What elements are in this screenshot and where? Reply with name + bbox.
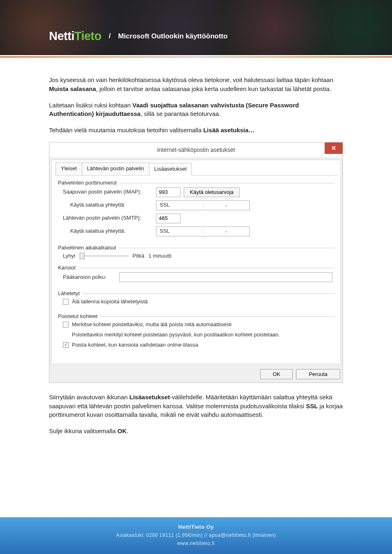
paragraph-3: Tehdään vielä muutamia muutoksia tietoih… (49, 126, 343, 135)
header-overlay (0, 0, 392, 55)
smtp-label: Lähtevän postin palvelin (SMTP): (63, 214, 153, 222)
close-button[interactable]: ✕ (325, 142, 343, 154)
group-ports: Palvelinten porttinumerot Saapuvan posti… (58, 183, 335, 242)
imap-ssl-value: SSL (156, 201, 203, 209)
chevron-down-icon: ⌄ (203, 202, 250, 208)
group-folders-label: Kansiot (58, 264, 78, 272)
dialog-body: Yleiset Lähtevän postin palvelin Lisäase… (51, 160, 341, 364)
root-path-input[interactable] (119, 272, 332, 282)
purge-checkbox[interactable] (63, 342, 69, 348)
slider-thumb[interactable] (80, 253, 85, 259)
imap-ssl-label: Käytä salattua yhteyttä: (63, 201, 153, 209)
group-sent-label: Lähetetyt (58, 290, 82, 298)
dialog-tabs: Yleiset Lähtevän postin palvelin Lisäase… (56, 160, 339, 176)
sent-checkbox[interactable] (63, 299, 69, 305)
group-deleted: Poistetut kohteet Merkitse kohteet poist… (58, 316, 335, 354)
imap-label: Saapuvan postin palvelin (IMAP): (63, 188, 153, 196)
timeout-value: 1 minuutti (149, 252, 172, 260)
tab-general[interactable]: Yleiset (56, 162, 82, 175)
dialog-title: Internet-sähköpostin asetukset (157, 146, 235, 154)
paragraph-1: Jos kyseessä on vain henkilökohtaisessa … (49, 76, 343, 93)
timeout-short-label: Lyhyt (63, 252, 76, 260)
smtp-ssl-label: Käytä salattua yhteyttä: (63, 227, 153, 235)
tab-advanced[interactable]: Lisäasetukset (149, 163, 192, 176)
purge-checkbox-label: Poista kohteet, kun kansiota vaihdetaan … (72, 341, 198, 349)
delete-note: Poistettaviksi merkityt kohteet poisteta… (63, 331, 332, 339)
cancel-button[interactable]: Peruuta (296, 369, 340, 379)
smtp-ssl-select[interactable]: SSL ⌄ (156, 227, 250, 236)
group-timeouts-label: Palvelimen aikakatkaisut (58, 244, 118, 252)
group-folders: Kansiot Pääkansion polku: (58, 268, 335, 288)
footer-company: NettiTieto Oy (0, 524, 392, 530)
header-divider (0, 56, 392, 58)
logo-part-netti: Netti (49, 29, 74, 42)
settings-dialog: Internet-sähköpostin asetukset ✕ Yleiset… (49, 142, 343, 383)
logo-part-tieto: Tieto (74, 29, 101, 42)
brand-logo: NettiTieto (49, 29, 101, 43)
mark-delete-label: Merkitse kohteet poistettaviksi, mutta ä… (72, 321, 232, 329)
page-title: Microsoft Outlookin käyttöönotto (118, 32, 227, 40)
paragraph-2: Laitetaan lisäksi ruksi kohtaan Vaadi su… (49, 101, 343, 119)
paragraph-5: Sulje ikkuna valitsemalla OK. (49, 427, 343, 436)
smtp-port-input[interactable] (156, 214, 180, 223)
group-ports-label: Palvelinten porttinumerot (58, 179, 119, 187)
page-footer: NettiTieto Oy Asiakastuki: 0200 19111 (1… (0, 517, 392, 554)
timeout-slider[interactable] (80, 255, 129, 257)
chevron-down-icon: ⌄ (203, 228, 250, 234)
defaults-button[interactable]: Käytä oletusarvoja (184, 187, 240, 197)
imap-ssl-select[interactable]: SSL ⌄ (156, 200, 250, 210)
tab-outgoing[interactable]: Lähtevän postin palvelin (82, 162, 149, 175)
group-deleted-label: Poistetut kohteet (58, 313, 100, 320)
page-header: NettiTieto / Microsoft Outlookin käyttöö… (0, 0, 392, 55)
dialog-button-row: OK Peruuta (49, 366, 343, 383)
smtp-ssl-value: SSL (156, 227, 203, 235)
dialog-titlebar: Internet-sähköpostin asetukset ✕ (49, 142, 343, 158)
close-icon: ✕ (331, 144, 336, 153)
breadcrumb-separator: / (109, 32, 111, 40)
footer-url: www.nettitieto.fi (0, 541, 392, 546)
ok-button[interactable]: OK (260, 369, 293, 379)
document-body: Jos kyseessä on vain henkilökohtaisessa … (0, 55, 392, 436)
footer-contact: Asiakastuki: 0200 19111 (1,95€/min) // a… (0, 532, 392, 538)
tab-advanced-content: Palvelinten porttinumerot Saapuvan posti… (53, 176, 339, 356)
mark-delete-checkbox[interactable] (63, 322, 69, 327)
root-path-label: Pääkansion polku: (63, 274, 116, 281)
group-timeouts: Palvelimen aikakatkaisut Lyhyt Pitkä 1 m… (58, 248, 335, 263)
imap-port-input[interactable] (156, 187, 180, 197)
timeout-long-label: Pitkä (133, 252, 145, 260)
paragraph-4: Siirrytään avautuvan ikkunan Lisäasetuks… (49, 393, 343, 419)
sent-checkbox-label: Älä tallenna kopioita lähetetyistä (72, 298, 148, 306)
group-sent: Lähetetyt Älä tallenna kopioita lähetety… (58, 294, 335, 311)
